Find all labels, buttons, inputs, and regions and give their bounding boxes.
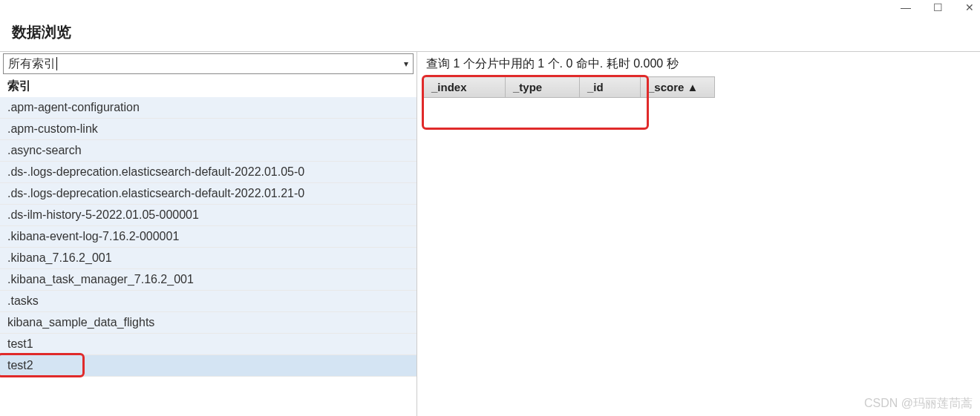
index-item[interactable]: .async-search [0,140,416,162]
result-table-wrap: _index_type_id_score ▲ [423,75,715,98]
minimize-button[interactable]: — [901,2,911,13]
index-item[interactable]: .kibana_7.16.2_001 [0,248,416,269]
watermark: CSDN @玛丽莲茼蒿 [864,396,973,412]
close-button[interactable]: ✕ [965,2,974,13]
main-panel: 查询 1 个分片中用的 1 个. 0 命中. 耗时 0.000 秒 _index… [417,52,980,416]
chevron-down-icon: ▾ [404,59,408,69]
index-item[interactable]: .kibana_task_manager_7.16.2_001 [0,269,416,291]
index-item[interactable]: .ds-.logs-deprecation.elasticsearch-defa… [0,183,416,205]
result-table: _index_type_id_score ▲ [423,76,715,98]
column-header[interactable]: _score ▲ [641,77,715,98]
sidebar-section-label: 索引 [0,74,416,97]
column-header[interactable]: _index [424,77,506,98]
index-item[interactable]: .apm-custom-link [0,119,416,140]
page-title: 数据浏览 [12,22,968,42]
sidebar: 所有索引 ▾ 索引 .apm-agent-configuration.apm-c… [0,52,417,416]
index-item[interactable]: .ds-.logs-deprecation.elasticsearch-defa… [0,162,416,183]
table-header-row: _index_type_id_score ▲ [424,77,715,98]
index-item[interactable]: .tasks [0,291,416,312]
index-select-value: 所有索引 [8,56,56,72]
maximize-button[interactable]: ☐ [933,2,943,13]
index-item[interactable]: kibana_sample_data_flights [0,312,416,334]
page-header: 数据浏览 [0,15,980,52]
index-list: .apm-agent-configuration.apm-custom-link… [0,97,416,377]
query-status: 查询 1 个分片中用的 1 个. 0 命中. 耗时 0.000 秒 [423,56,974,75]
index-item[interactable]: .ds-ilm-history-5-2022.01.05-000001 [0,205,416,226]
content-area: 所有索引 ▾ 索引 .apm-agent-configuration.apm-c… [0,52,980,416]
index-select[interactable]: 所有索引 ▾ [3,53,414,74]
index-item[interactable]: test1 [0,334,416,355]
index-item[interactable]: test2 [0,355,416,377]
window-titlebar: — ☐ ✕ [0,0,980,15]
index-item[interactable]: .apm-agent-configuration [0,97,416,119]
index-item[interactable]: .kibana-event-log-7.16.2-000001 [0,226,416,248]
column-header[interactable]: _type [506,77,580,98]
column-header[interactable]: _id [580,77,641,98]
